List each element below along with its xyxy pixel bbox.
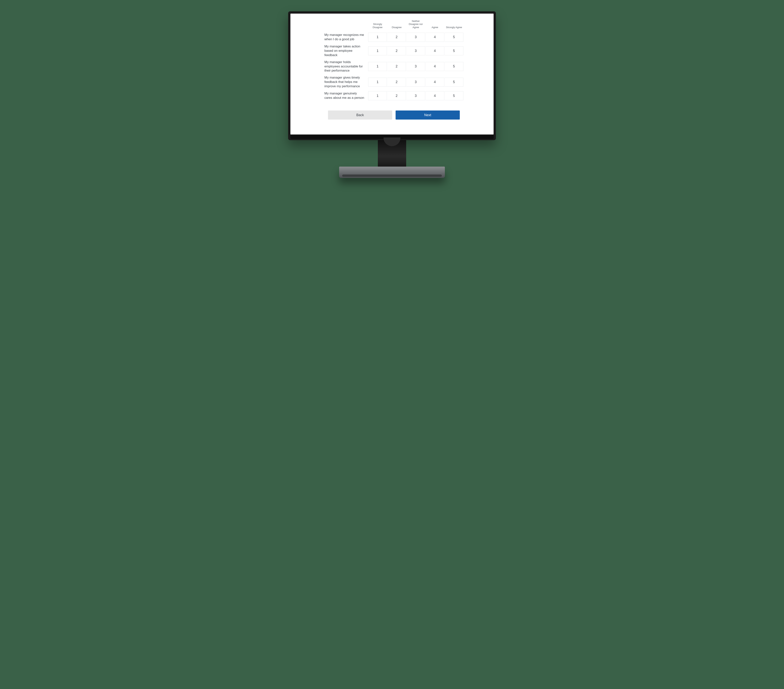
- scale-header-2: Disagree: [387, 26, 406, 30]
- likert-option-q1-2[interactable]: 2: [387, 33, 406, 42]
- likert-option-q5-3[interactable]: 3: [406, 91, 425, 100]
- back-button[interactable]: Back: [328, 110, 392, 120]
- monitor-base: [339, 166, 445, 178]
- question-label: My manager takes action based on employe…: [324, 45, 368, 58]
- monitor-neck: [378, 140, 406, 166]
- likert-option-q2-4[interactable]: 4: [426, 46, 444, 55]
- monitor-bezel: Strongly Disagree Disagree Neither Disag…: [288, 12, 496, 140]
- screen: Strongly Disagree Disagree Neither Disag…: [290, 13, 494, 135]
- monitor-mockup: Strongly Disagree Disagree Neither Disag…: [288, 12, 496, 178]
- scale-header-5: Strongly Agree: [445, 26, 463, 30]
- likert-option-q3-2[interactable]: 2: [387, 62, 406, 71]
- likert-option-q4-3[interactable]: 3: [406, 77, 425, 87]
- likert-option-q3-1[interactable]: 1: [368, 62, 387, 71]
- likert-option-q2-5[interactable]: 5: [445, 46, 463, 55]
- likert-option-q1-1[interactable]: 1: [368, 33, 387, 42]
- likert-option-q1-3[interactable]: 3: [406, 33, 425, 42]
- likert-option-q3-3[interactable]: 3: [406, 62, 425, 71]
- likert-option-q2-3[interactable]: 3: [406, 46, 425, 55]
- likert-option-q2-1[interactable]: 1: [368, 46, 387, 55]
- likert-option-q4-2[interactable]: 2: [387, 77, 406, 87]
- likert-option-q4-4[interactable]: 4: [426, 77, 444, 87]
- likert-option-q4-5[interactable]: 5: [445, 77, 463, 87]
- likert-option-q4-1[interactable]: 1: [368, 77, 387, 87]
- likert-option-q5-1[interactable]: 1: [368, 91, 387, 100]
- survey-likert: Strongly Disagree Disagree Neither Disag…: [324, 20, 463, 120]
- likert-option-q5-5[interactable]: 5: [445, 91, 463, 100]
- likert-option-q3-5[interactable]: 5: [445, 62, 463, 71]
- nav-buttons: Back Next: [324, 110, 463, 120]
- likert-option-q5-4[interactable]: 4: [426, 91, 444, 100]
- question-label: My manager genuinely cares about me as a…: [324, 91, 368, 100]
- question-label: My manager holds employees accountable f…: [324, 60, 368, 73]
- likert-option-q1-5[interactable]: 5: [445, 33, 463, 42]
- likert-option-q1-4[interactable]: 4: [426, 33, 444, 42]
- scale-header-3: Neither Disagree nor Agree: [406, 20, 425, 30]
- next-button[interactable]: Next: [395, 110, 460, 120]
- scale-header-1: Strongly Disagree: [368, 23, 387, 30]
- likert-option-q5-2[interactable]: 2: [387, 91, 406, 100]
- scale-header-4: Agree: [426, 26, 444, 30]
- question-label: My manager recognizes me when I do a goo…: [324, 33, 368, 41]
- likert-grid: Strongly Disagree Disagree Neither Disag…: [324, 20, 463, 100]
- question-label: My manager gives timely feedback that he…: [324, 76, 368, 89]
- likert-option-q3-4[interactable]: 4: [426, 62, 444, 71]
- likert-option-q2-2[interactable]: 2: [387, 46, 406, 55]
